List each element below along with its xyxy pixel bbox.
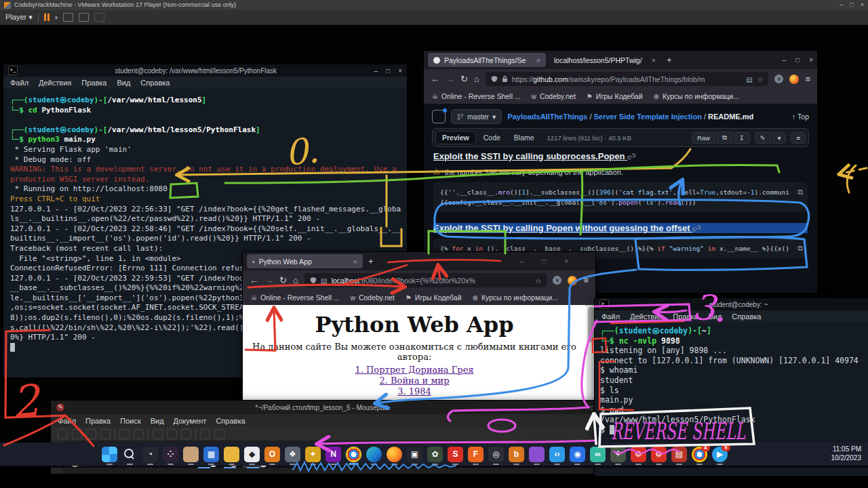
orange-o-icon[interactable]: O	[264, 447, 280, 462]
slack-icon[interactable]: ⁘	[163, 447, 178, 462]
book-link[interactable]: 1. Портрет Дориана Грея	[243, 365, 586, 375]
paste-icon[interactable]	[181, 429, 191, 439]
copy-button[interactable]: ⧉	[717, 131, 732, 144]
pocket-icon[interactable]: ∨	[774, 75, 783, 83]
calendar-icon[interactable]: ▦	[203, 447, 219, 462]
bookmark-star-icon[interactable]: ☆	[757, 75, 763, 83]
menu-item[interactable]: Файл	[601, 312, 620, 321]
scrollbar-thumb[interactable]	[588, 307, 594, 342]
book-link[interactable]: 3. 1984	[243, 386, 586, 396]
vmware-minimize-button[interactable]: –	[840, 0, 843, 10]
tab-close-icon[interactable]: ×	[652, 56, 656, 64]
shottr-icon[interactable]: S	[448, 447, 463, 462]
close-button[interactable]: ×	[809, 56, 813, 64]
bookmark-item[interactable]: ⊕Курсы по информаци...	[473, 293, 558, 302]
purple-app-icon[interactable]	[529, 447, 545, 462]
ring-icon[interactable]: ◎	[488, 447, 504, 462]
breadcrumb-repo[interactable]: PayloadsAllTheThings	[507, 113, 587, 121]
maximize-button[interactable]: □	[795, 56, 800, 64]
minimize-button[interactable]: –	[578, 404, 583, 411]
reload-button[interactable]: ↻	[279, 275, 287, 285]
blender-icon[interactable]: b	[509, 447, 524, 462]
explorer-icon[interactable]	[224, 447, 239, 462]
speedtest-icon[interactable]: ◔	[142, 447, 158, 462]
start-icon[interactable]	[102, 447, 117, 462]
fbook-icon[interactable]: F	[468, 447, 484, 462]
edit-button[interactable]: ✎	[755, 132, 771, 144]
menu-item[interactable]: Вид	[117, 79, 130, 87]
save-icon[interactable]	[86, 429, 96, 439]
ctrl-alt-del-button[interactable]	[63, 13, 73, 22]
firefox-icon[interactable]	[387, 447, 402, 462]
pause-button[interactable]	[44, 14, 50, 21]
search-replace-icon[interactable]	[214, 429, 224, 439]
tab-python-web-app[interactable]: • Python Web App ×	[247, 254, 363, 268]
bookmark-item[interactable]: ⚑Игры Кодебай	[587, 92, 643, 100]
copy-code-icon[interactable]: ⧉	[797, 187, 803, 197]
forward-button[interactable]: →	[446, 74, 454, 84]
close-button[interactable]: ×	[398, 67, 402, 75]
obsidian-icon[interactable]: ◆	[244, 447, 260, 462]
menu-item[interactable]: Справка	[140, 79, 170, 87]
home-button[interactable]: ⌂	[293, 275, 298, 285]
bookmark-item[interactable]: ☠Online - Reverse Shell ...	[251, 293, 340, 302]
menu-item[interactable]: Документ	[174, 417, 207, 425]
url-bar[interactable]: ▤ localhost:8080/index?book={%%20for%20x…	[304, 273, 547, 287]
terminal-titlebar[interactable]: >_ student@codeby: ~	[595, 298, 868, 310]
home-button[interactable]: ⌂	[474, 74, 479, 84]
menu-item[interactable]: Правка	[85, 417, 111, 425]
new-file-icon[interactable]	[58, 429, 68, 439]
outline-button[interactable]: ≡	[791, 132, 806, 144]
cut-icon[interactable]	[153, 429, 163, 439]
keepass-icon[interactable]: ▤	[671, 447, 687, 462]
save-as-icon[interactable]	[100, 429, 111, 439]
pocket-icon[interactable]: ∨	[553, 276, 561, 285]
wio-icon[interactable]: ∞	[590, 447, 606, 462]
gear-red-2-icon[interactable]: ⚙	[651, 447, 667, 462]
window-controls[interactable]: – □ ×	[520, 258, 576, 265]
menu-item[interactable]: Вид	[708, 312, 722, 321]
bookmark-item[interactable]: wCodeby.net	[351, 293, 395, 302]
maps-pin-icon[interactable]: ◉	[570, 447, 585, 462]
new-tab-button[interactable]: +	[667, 55, 672, 65]
menu-item[interactable]: Правка	[673, 312, 698, 321]
menu-item[interactable]: Действия	[630, 312, 663, 321]
menu-item[interactable]: Вид	[151, 417, 164, 425]
bookmark-item[interactable]: ⊕Курсы по информаци...	[654, 92, 739, 100]
menu-icon[interactable]: ≡	[583, 275, 589, 285]
reader-icon[interactable]: ▤	[746, 75, 753, 83]
edge-icon[interactable]	[366, 447, 382, 462]
search-icon[interactable]	[122, 447, 138, 462]
carrot-icon[interactable]: ✿	[427, 447, 443, 462]
gear-red-1-icon[interactable]: ⚙	[631, 447, 646, 462]
vmware-icon[interactable]: ❖	[285, 447, 300, 462]
mousepad-titlebar[interactable]: ✎ *~/Рабочий стол/tmp_lesson_5 - Mousepa…	[51, 401, 600, 414]
pause-dropdown[interactable]: ▾	[55, 14, 58, 21]
telegram-icon[interactable]: ▶9	[712, 447, 728, 462]
firefox-account-icon[interactable]	[568, 276, 577, 285]
menu-item[interactable]: Действия	[39, 79, 71, 87]
tab-close-icon[interactable]: ×	[353, 258, 357, 266]
raw-button[interactable]: Raw	[692, 132, 715, 144]
edit-dropdown[interactable]: ▾	[772, 132, 787, 144]
vscode-icon[interactable]: ‹›	[549, 447, 565, 462]
back-button[interactable]: ←	[431, 74, 439, 84]
tab-code[interactable]: Code	[477, 131, 507, 144]
heading-popen-no-offset[interactable]: Exploit the SSTI by calling Popen withou…	[433, 223, 808, 233]
menu-item[interactable]: Файл	[10, 79, 28, 87]
plant-icon[interactable]: ⚘	[610, 447, 626, 462]
vmware-maximize-button[interactable]: □	[850, 0, 853, 10]
sidebar-toggle-icon[interactable]	[432, 110, 446, 123]
fullscreen-button[interactable]	[79, 13, 89, 22]
bookmark-star-icon[interactable]: ☆	[535, 277, 541, 285]
reload-button[interactable]: ↻	[460, 74, 468, 84]
search-icon[interactable]	[200, 429, 210, 439]
forward-button[interactable]: →	[264, 275, 273, 285]
tab-localhost-phptwig[interactable]: localhost/lesson5/PHPTwig/ ×	[549, 53, 661, 67]
remote-icon[interactable]: ✦	[305, 447, 321, 462]
back-to-top-link[interactable]: ↑ Top	[792, 113, 809, 121]
terminal-titlebar[interactable]: >_ student@codeby: /var/www/html/lesson5…	[3, 64, 407, 77]
bookmark-item[interactable]: ⚑Игры Кодебай	[406, 293, 462, 302]
minimize-button[interactable]: –	[374, 67, 378, 75]
minimize-button[interactable]: –	[783, 56, 787, 64]
